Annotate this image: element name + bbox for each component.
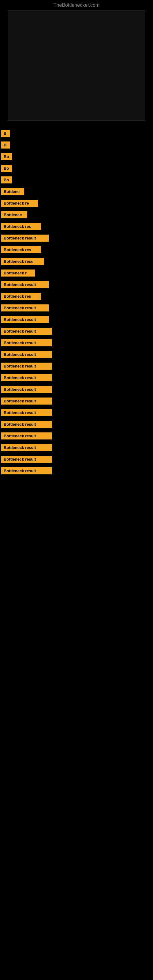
bottleneck-result-badge: Bottleneck resu: [1, 258, 44, 265]
bottleneck-result-badge: Bottleneck result: [1, 235, 49, 242]
bottleneck-result-badge: Bottlenec: [1, 211, 27, 218]
result-row: Bottleneck result: [1, 386, 152, 395]
bottleneck-result-badge: Bottleneck result: [1, 304, 49, 312]
result-row: B: [1, 130, 152, 138]
result-row: Bottleneck res: [1, 246, 152, 255]
bottleneck-result-badge: Bottleneck result: [1, 409, 52, 416]
result-row: Bottleneck r: [1, 269, 152, 278]
bottleneck-result-badge: Bottleneck result: [1, 456, 52, 463]
bottleneck-result-badge: Bo: [1, 165, 12, 172]
result-row: Bottleneck res: [1, 293, 152, 301]
result-row: Bottleneck result: [1, 409, 152, 418]
result-row: Bottleneck result: [1, 339, 152, 348]
result-row: Bottlenec: [1, 211, 152, 220]
result-row: Bo: [1, 177, 152, 185]
result-row: Bottleneck result: [1, 374, 152, 383]
bottleneck-result-badge: Bottleneck result: [1, 398, 52, 404]
result-row: Bottleneck result: [1, 351, 152, 360]
result-row: Bottleneck result: [1, 444, 152, 453]
bottleneck-result-badge: Bottleneck res: [1, 293, 41, 300]
result-row: Bottleneck result: [1, 235, 152, 243]
results-container: BBBoBoBoBottleneBottleneck reBottlenecBo…: [0, 130, 153, 476]
bottleneck-result-badge: Bottleneck result: [1, 467, 52, 474]
result-row: Bottleneck result: [1, 316, 152, 325]
bottleneck-result-badge: Bottleneck result: [1, 374, 52, 381]
result-row: Bottlene: [1, 188, 152, 197]
bottleneck-result-badge: Bottleneck re: [1, 200, 38, 207]
bottleneck-result-badge: Bottleneck result: [1, 316, 49, 323]
result-row: Bottleneck result: [1, 363, 152, 371]
result-row: Bottleneck result: [1, 281, 152, 290]
chart-area: [0, 10, 153, 127]
bottleneck-result-badge: Bottleneck result: [1, 444, 52, 451]
result-row: Bottleneck result: [1, 456, 152, 464]
page-wrapper: TheBottlenecker.com BBBoBoBoBottleneBott…: [0, 0, 153, 476]
result-row: Bo: [1, 165, 152, 173]
result-row: B: [1, 142, 152, 150]
site-title: TheBottlenecker.com: [0, 0, 153, 10]
bottleneck-result-badge: Bottleneck result: [1, 433, 52, 439]
bottleneck-result-badge: Bottleneck result: [1, 281, 49, 288]
result-row: Bottleneck result: [1, 467, 152, 476]
result-row: Bo: [1, 153, 152, 162]
bottleneck-result-badge: Bottleneck res: [1, 246, 41, 253]
result-row: Bottleneck result: [1, 304, 152, 313]
result-row: Bottleneck re: [1, 200, 152, 208]
bottleneck-result-badge: Bottleneck result: [1, 339, 52, 346]
bottleneck-result-badge: Bottleneck r: [1, 269, 35, 277]
bottleneck-result-badge: B: [1, 142, 10, 148]
bottleneck-result-badge: Bottleneck result: [1, 421, 52, 428]
bottleneck-result-badge: Bottleneck result: [1, 328, 52, 335]
bottleneck-result-badge: Bo: [1, 153, 12, 160]
bottleneck-result-badge: Bo: [1, 177, 12, 183]
bottleneck-result-badge: Bottleneck result: [1, 351, 52, 358]
bottleneck-result-badge: B: [1, 130, 10, 137]
result-row: Bottleneck resu: [1, 258, 152, 266]
result-row: Bottleneck result: [1, 328, 152, 336]
result-row: Bottleneck result: [1, 433, 152, 441]
chart-inner: [8, 10, 145, 121]
result-row: Bottleneck result: [1, 421, 152, 430]
bottleneck-result-badge: Bottleneck result: [1, 386, 52, 393]
bottleneck-result-badge: Bottlene: [1, 188, 24, 195]
result-row: Bottleneck res: [1, 223, 152, 232]
bottleneck-result-badge: Bottleneck res: [1, 223, 41, 230]
result-row: Bottleneck result: [1, 398, 152, 406]
bottleneck-result-badge: Bottleneck result: [1, 363, 52, 370]
